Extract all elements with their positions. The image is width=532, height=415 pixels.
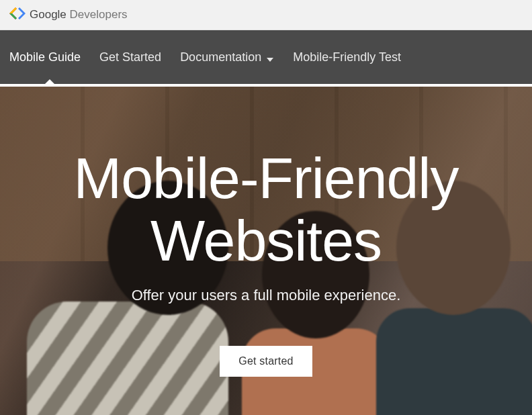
nav-item-label: Get Started bbox=[99, 50, 161, 64]
hero-title: Mobile-Friendly Websites bbox=[74, 147, 459, 272]
svg-marker-2 bbox=[9, 13, 17, 19]
primary-nav: Mobile Guide Get Started Documentation M… bbox=[0, 30, 532, 84]
nav-documentation[interactable]: Documentation bbox=[171, 30, 283, 84]
nav-get-started[interactable]: Get Started bbox=[90, 30, 171, 84]
google-developers-logo-icon bbox=[9, 7, 26, 22]
chevron-down-icon bbox=[266, 53, 274, 61]
hero-bg-shape bbox=[27, 302, 228, 415]
google-developers-logo[interactable]: Google Developers bbox=[9, 7, 128, 22]
svg-marker-4 bbox=[267, 58, 273, 62]
top-bar: Google Developers bbox=[0, 0, 532, 30]
svg-marker-1 bbox=[9, 7, 17, 13]
hero-section: Mobile-Friendly Websites Offer your user… bbox=[0, 87, 532, 415]
logo-text: Google Developers bbox=[30, 8, 128, 21]
nav-mobile-friendly-test[interactable]: Mobile-Friendly Test bbox=[283, 30, 410, 84]
nav-item-label: Documentation bbox=[180, 50, 261, 64]
hero-subtitle: Offer your users a full mobile experienc… bbox=[132, 287, 401, 304]
svg-marker-3 bbox=[18, 7, 26, 19]
nav-item-label: Mobile-Friendly Test bbox=[293, 50, 401, 64]
nav-item-label: Mobile Guide bbox=[9, 50, 81, 64]
get-started-button[interactable]: Get started bbox=[220, 346, 312, 377]
hero-bg-shape bbox=[376, 308, 532, 415]
nav-mobile-guide[interactable]: Mobile Guide bbox=[9, 30, 90, 84]
